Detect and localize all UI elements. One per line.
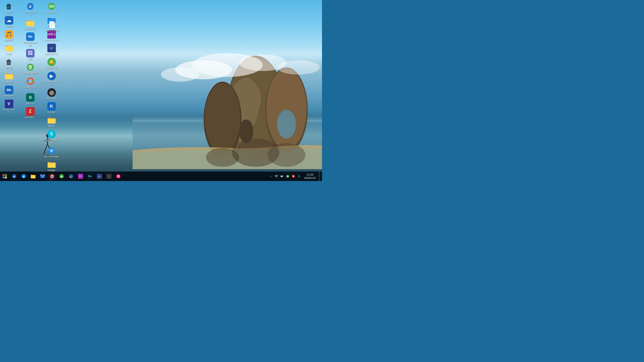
icon-recycle2[interactable]: 🗑 回收站 [1, 57, 16, 70]
taskbar-ps[interactable]: Ps [85, 172, 95, 181]
taskbar-cmd[interactable]: ⬛ [104, 172, 114, 181]
rock-formation [132, 51, 322, 169]
show-desktop-button[interactable] [319, 172, 320, 181]
svg-point-62 [118, 176, 119, 177]
icon-360-folder[interactable]: 360磁盘 [44, 159, 59, 173]
icon-shadowsocks-folder[interactable]: Shadowso... [1, 71, 16, 84]
komiker-icon: K [47, 102, 56, 110]
svg-text:e: e [14, 175, 15, 178]
tray-green-s-icon[interactable]: S [297, 174, 302, 179]
text-file-icon: 📄 [48, 20, 56, 29]
ie-icon: e [26, 2, 34, 11]
icon-shadowsocks-folder-label: Shadowso... [3, 81, 15, 83]
icon-text-file[interactable]: 📄 新建文本文档.txt [44, 19, 60, 35]
tray-chevron[interactable]: ∧ [268, 174, 273, 179]
icon-recycle-bin[interactable]: 🗑 回收站 [1, 1, 16, 15]
recycle2-icon: 🗑 [5, 58, 13, 66]
icon-column-2: 🗑 回收站 Shadowso... We WeGame V VEGAS Pro … [1, 57, 16, 115]
taskbar-folder-icon [31, 174, 36, 178]
icon-shadowssl[interactable]: S 影梭-真实版...版 [44, 129, 59, 145]
icon-komiker[interactable]: K Komiker [44, 101, 59, 114]
svg-point-8 [277, 110, 296, 138]
icon-ie[interactable]: e Internet Explorer [22, 1, 38, 17]
taskbar-360[interactable]: 360 [57, 172, 66, 181]
tray-volume-icon[interactable] [280, 174, 284, 179]
icon-lightroom-label: Lightroom CC [45, 53, 58, 55]
svg-rect-44 [5, 174, 7, 176]
icon-column-1: 🗑 回收站 ☁ 百度网盘 🎵 酷狗音乐 Crack [1, 1, 16, 57]
icon-chrome-label: Google Chrome [23, 86, 38, 91]
svg-text:e: e [23, 175, 24, 178]
potplayer-icon: ▶ [47, 72, 56, 80]
icon-crack[interactable]: Crack [1, 43, 16, 56]
kugou-icon: 🎵 [5, 30, 13, 38]
icon-photos-label: 相片 [28, 58, 32, 60]
taskbar-lr[interactable]: Lr [95, 172, 104, 181]
icon-photos[interactable]: 🖼 相片 [22, 48, 38, 61]
icon-potplayer[interactable]: ▶ PotPlayer 64 Bit [44, 71, 59, 87]
icon-360safe[interactable]: 360 360安全卫士 [44, 1, 59, 15]
svg-point-38 [30, 80, 31, 82]
icon-360-fast-browser[interactable]: 360 360极速浏览器 [22, 62, 38, 75]
icon-potplayer-label: PotPlayer 64 Bit [44, 81, 59, 86]
taskbar: e e [0, 172, 322, 181]
tray-antivirus-icon[interactable]: ✕ [291, 174, 296, 179]
taskbar-clock[interactable]: 21:25 2018/11/2 [302, 173, 318, 180]
icon-vegas-label: VEGAS Pro 16.0 [2, 109, 16, 114]
icon-shadowssl-label: 影梭-真实版...版 [44, 139, 59, 144]
taskbar-tray: ∧ 360 ✕ [266, 172, 322, 181]
icon-wegame[interactable]: We WeGame [1, 85, 16, 98]
crack-folder-icon [5, 44, 13, 52]
icon-kugou-label: 酷狗音乐 [5, 39, 13, 42]
icon-adobe-z-label: Adobe系2... [24, 116, 36, 119]
icon-360-bell[interactable]: 🔔 360软件下载 [44, 57, 59, 70]
taskbar-falcon[interactable]: 🦅 [66, 172, 76, 181]
svg-text:360: 360 [49, 4, 54, 8]
clock-time: 21:25 [307, 173, 314, 176]
svg-rect-43 [2, 174, 4, 176]
tray-360-icon[interactable]: 360 [285, 174, 290, 179]
svg-text:360: 360 [28, 66, 32, 69]
svg-rect-45 [2, 177, 4, 178]
chrome-icon [26, 77, 34, 85]
icon-choujiang[interactable]: 抽奖器 [44, 115, 59, 128]
svg-text:360: 360 [60, 176, 63, 177]
icon-adobe-z[interactable]: Z Adobe系2... [22, 106, 38, 120]
icon-vegas[interactable]: V VEGAS Pro 16.0 [1, 99, 16, 115]
icon-crack-label: Crack [6, 53, 12, 55]
icon-wegame-install[interactable]: We 安装型WeGame版 [22, 31, 38, 47]
taskbar-folder[interactable] [28, 172, 38, 181]
windows-logo-icon [2, 174, 7, 178]
icon-baidu-pan[interactable]: ☁ 百度网盘 [1, 15, 16, 29]
icon-kugou[interactable]: 🎵 酷狗音乐 [1, 29, 16, 42]
taskbar-ie[interactable]: e [10, 172, 19, 181]
taskbar-browser2-icon [116, 174, 121, 179]
taskbar-browser2[interactable] [114, 172, 123, 181]
icon-edge-label: Microsoft Edge [44, 155, 58, 158]
icon-edge[interactable]: e Microsoft Edge [44, 145, 59, 159]
taskbar-edge-icon: e [21, 174, 26, 179]
tray-network-icon[interactable] [274, 174, 279, 179]
taskbar-edge[interactable]: e [19, 172, 28, 181]
taskbar-mail-icon [40, 174, 45, 178]
adobe-z-icon: Z [26, 107, 34, 116]
icon-360safe-label: 360安全卫士 [46, 11, 58, 14]
photos-icon: 🖼 [26, 49, 34, 57]
baidu-pan-icon: ☁ [5, 16, 13, 24]
360-folder-icon [47, 160, 56, 169]
taskbar-pr-icon: Pr [78, 174, 83, 179]
vegas-icon: V [5, 100, 13, 108]
taskbar-mail[interactable] [38, 172, 47, 181]
obs-icon: ⬤ [47, 88, 56, 97]
icon-lightroom[interactable]: Lr Lightroom CC [44, 43, 59, 56]
icon-wegame-install-label: 安装型WeGame版 [23, 41, 38, 47]
taskbar-pr[interactable]: Pr [76, 172, 85, 181]
icon-jiqiao[interactable]: ⚙ 激励人生 [22, 92, 38, 106]
svg-point-5 [205, 83, 240, 154]
icon-kx[interactable]: KX音影助手 [22, 18, 38, 31]
icon-obs[interactable]: ⬤ OBS Studio [44, 87, 59, 101]
clock-date: 2018/11/2 [304, 176, 316, 180]
taskbar-chrome[interactable] [47, 172, 57, 181]
start-button[interactable] [0, 172, 10, 181]
icon-chrome[interactable]: Google Chrome [22, 76, 38, 92]
